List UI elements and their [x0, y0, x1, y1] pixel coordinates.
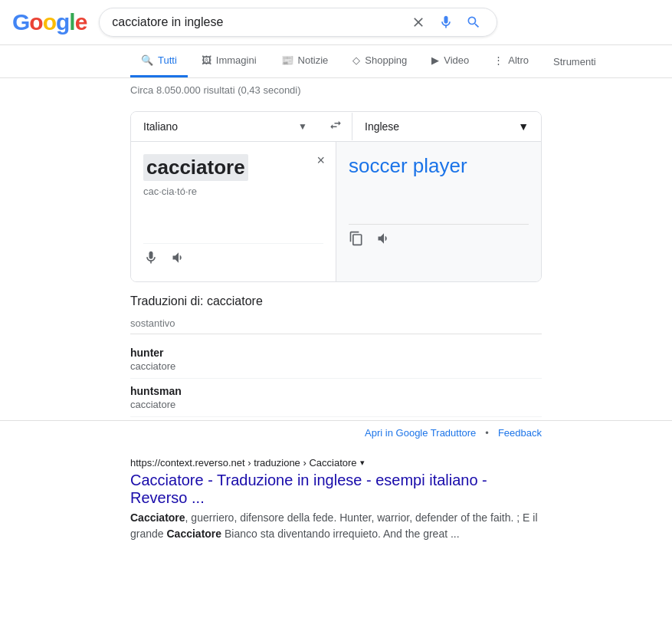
clear-translation-button[interactable]: ×	[316, 153, 325, 169]
strumenti-button[interactable]: Strumenti	[543, 47, 607, 77]
feedback-button[interactable]: Feedback	[498, 427, 542, 439]
translation-row-huntsman: huntsman cacciatore	[130, 379, 542, 417]
search-input[interactable]	[112, 15, 402, 29]
voice-search-button[interactable]	[435, 15, 457, 30]
source-word: cacciatore	[143, 154, 248, 181]
swap-icon	[329, 118, 343, 132]
source-speaker-button[interactable]	[171, 250, 186, 269]
snippet-bold-2: Cacciatore	[166, 528, 221, 540]
tab-altro-label: Altro	[508, 54, 529, 66]
open-in-google-translate-link[interactable]: Apri in Google Traduttore	[365, 427, 476, 439]
target-translation: soccer player	[349, 154, 529, 178]
tab-shopping-label: Shopping	[365, 54, 407, 66]
widget-footer: Apri in Google Traduttore • Feedback	[0, 420, 672, 445]
copy-icon	[349, 231, 364, 246]
translation-en-huntsman: huntsman	[130, 385, 542, 397]
header: Google	[0, 0, 672, 45]
clear-search-button[interactable]	[408, 15, 429, 30]
results-count: Circa 8.050.000 risultati (0,43 secondi)	[0, 78, 672, 102]
search-box[interactable]	[99, 8, 497, 37]
notizie-icon: 📰	[281, 54, 293, 66]
tab-immagini[interactable]: 🖼 Immagini	[191, 45, 267, 77]
translation-it-hunter: cacciatore	[130, 360, 542, 372]
tab-notizie-label: Notizie	[298, 54, 329, 66]
result-snippet: Cacciatore, guerriero, difensore della f…	[130, 510, 542, 542]
speaker-icon	[171, 250, 186, 265]
shopping-icon: ◇	[352, 54, 360, 66]
translation-it-huntsman: cacciatore	[130, 399, 542, 410]
target-speaker-button[interactable]	[376, 231, 392, 250]
lang-selector-row: Italiano ▼ Inglese ▼	[131, 112, 541, 142]
target-panel: soccer player	[336, 142, 541, 281]
target-speaker-icon	[376, 231, 392, 246]
source-panel: cacciatore cac·cia·tó·re ×	[131, 142, 336, 281]
snippet-text-2: Bianco sta diventando irrequieto. And th…	[221, 528, 460, 540]
traduzioni-title: Traduzioni di: cacciatore	[130, 294, 542, 308]
result-url-dropdown-icon[interactable]: ▾	[360, 458, 365, 468]
source-phonetic: cac·cia·tó·re	[143, 186, 323, 197]
tab-video-label: Video	[444, 54, 469, 66]
target-lang-arrow-icon: ▼	[518, 120, 529, 133]
tab-tutti-label: Tutti	[158, 54, 177, 66]
immagini-icon: 🖼	[202, 54, 211, 66]
result-title-link[interactable]: Cacciatore - Traduzione in inglese - ese…	[130, 472, 542, 507]
source-lang-label: Italiano	[143, 120, 178, 133]
source-actions	[143, 243, 323, 269]
translation-row-hunter: hunter cacciatore	[130, 340, 542, 379]
search-button[interactable]	[463, 15, 484, 30]
target-lang-label: Inglese	[365, 120, 399, 133]
tab-tutti[interactable]: 🔍 Tutti	[130, 45, 188, 77]
google-logo: Google	[12, 9, 87, 35]
nav-tabs: 🔍 Tutti 🖼 Immagini 📰 Notizie ◇ Shopping …	[0, 45, 672, 78]
translation-body: cacciatore cac·cia·tó·re × soccer	[131, 142, 541, 281]
mic-icon	[143, 250, 159, 265]
clear-icon	[411, 15, 426, 30]
copy-translation-button[interactable]	[349, 231, 364, 250]
target-lang-selector[interactable]: Inglese ▼	[352, 113, 541, 140]
pos-label: sostantivo	[130, 317, 542, 334]
snippet-bold-1: Cacciatore	[130, 511, 185, 524]
footer-separator: •	[485, 427, 489, 439]
result-url-row: https://context.reverso.net › traduzione…	[130, 457, 542, 469]
swap-languages-button[interactable]	[320, 112, 352, 141]
translation-en-hunter: hunter	[130, 347, 542, 359]
tab-shopping[interactable]: ◇ Shopping	[342, 45, 418, 77]
search-icon	[466, 15, 481, 30]
tab-immagini-label: Immagini	[216, 54, 257, 66]
source-lang-arrow-icon: ▼	[298, 121, 307, 132]
tab-video[interactable]: ▶ Video	[421, 45, 480, 77]
microphone-icon	[438, 15, 454, 30]
tab-notizie[interactable]: 📰 Notizie	[270, 45, 339, 77]
source-lang-selector[interactable]: Italiano ▼	[131, 113, 320, 140]
altro-icon: ⋮	[493, 54, 503, 66]
tutti-icon: 🔍	[141, 54, 153, 66]
target-actions	[349, 224, 529, 250]
result-url: https://context.reverso.net › traduzione…	[130, 457, 357, 469]
traduzioni-section: Traduzioni di: cacciatore sostantivo hun…	[130, 294, 542, 417]
translation-widget: Italiano ▼ Inglese ▼ cacciatore cac·cia·…	[130, 111, 542, 282]
video-icon: ▶	[431, 54, 439, 66]
source-mic-button[interactable]	[143, 250, 159, 269]
search-result: https://context.reverso.net › traduzione…	[130, 457, 542, 542]
tab-altro[interactable]: ⋮ Altro	[483, 45, 539, 77]
